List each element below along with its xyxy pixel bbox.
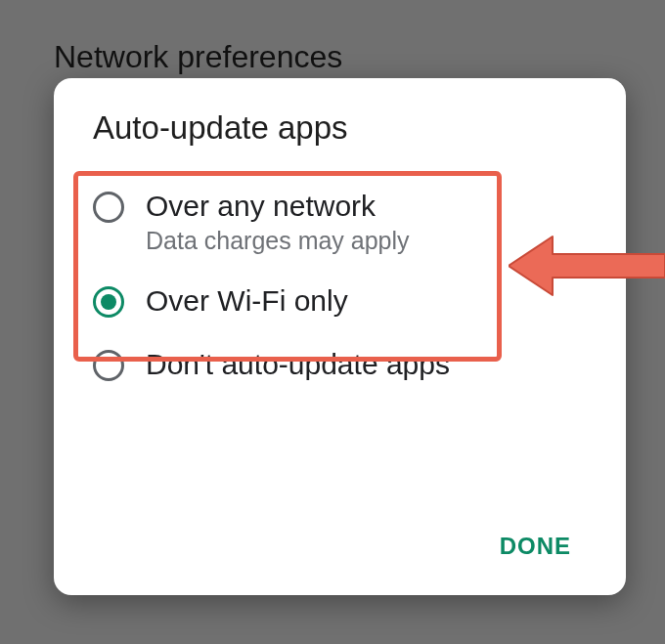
option-over-wifi-only[interactable]: Over Wi-Fi only (64, 269, 616, 333)
radio-checked-icon (93, 286, 124, 318)
dialog-title: Auto-update apps (54, 109, 626, 174)
dialog-actions: DONE (484, 523, 587, 570)
option-over-any-network[interactable]: Over any network Data charges may apply (64, 174, 616, 269)
option-label: Over any network (146, 188, 410, 225)
background-screen-title: Network preferences (54, 39, 342, 75)
option-label: Over Wi-Fi only (146, 282, 348, 320)
radio-unchecked-icon (93, 192, 124, 223)
option-text: Over any network Data charges may apply (146, 188, 410, 255)
auto-update-dialog: Auto-update apps Over any network Data c… (54, 78, 626, 595)
option-text: Over Wi-Fi only (146, 282, 348, 320)
option-label: Don't auto-update apps (146, 346, 450, 383)
option-subtext: Data charges may apply (146, 227, 410, 255)
screenshot-frame: Network preferences Auto-update apps Ove… (0, 0, 665, 644)
option-text: Don't auto-update apps (146, 346, 450, 383)
option-dont-auto-update[interactable]: Don't auto-update apps (64, 332, 616, 397)
radio-option-list: Over any network Data charges may apply … (54, 174, 626, 397)
radio-unchecked-icon (93, 350, 124, 381)
done-button[interactable]: DONE (484, 523, 587, 570)
